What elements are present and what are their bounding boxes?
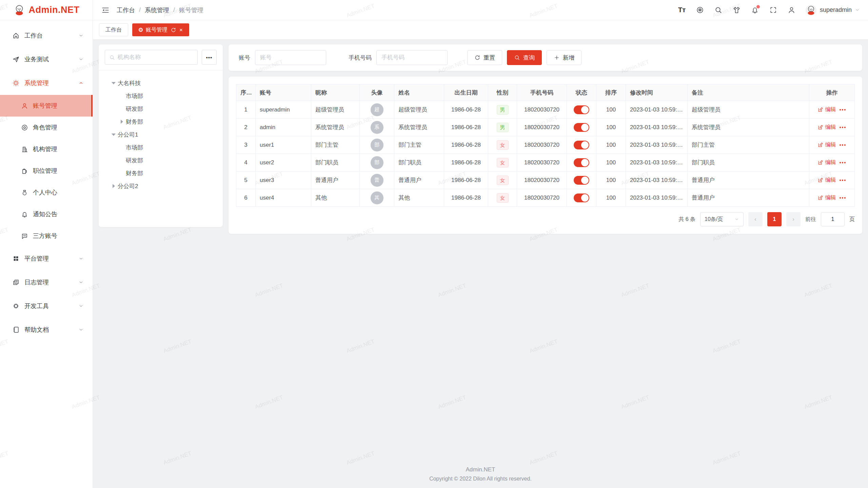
row-more-button[interactable]: ••• bbox=[840, 195, 847, 201]
goto-page-input[interactable] bbox=[821, 212, 845, 226]
tab-close-icon[interactable]: × bbox=[179, 27, 183, 33]
edit-button[interactable]: 编辑 bbox=[817, 159, 836, 166]
tree-node[interactable]: 大名科技 bbox=[102, 77, 219, 89]
collapse-sidebar-icon[interactable] bbox=[101, 6, 110, 15]
caret-down-icon[interactable] bbox=[110, 79, 118, 87]
page-size-select[interactable]: 10条/页 bbox=[700, 212, 744, 226]
sidebar-item-platform-mgmt[interactable]: 平台管理 bbox=[0, 247, 93, 270]
sidebar-item-workbench[interactable]: 工作台 bbox=[0, 24, 93, 47]
sidebar-item-role-mgmt[interactable]: 角色管理 bbox=[0, 117, 93, 138]
tree-node[interactable]: 财务部 bbox=[102, 167, 219, 180]
edit-button[interactable]: 编辑 bbox=[817, 141, 836, 148]
sidebar-item-position-mgmt[interactable]: 职位管理 bbox=[0, 160, 93, 182]
tree-node-label: 研发部 bbox=[126, 105, 143, 113]
status-toggle[interactable] bbox=[574, 194, 589, 202]
search-button[interactable] bbox=[712, 3, 725, 17]
org-more-button[interactable]: ••• bbox=[202, 50, 217, 65]
search-button[interactable]: 查询 bbox=[507, 50, 542, 65]
search-icon bbox=[514, 55, 520, 61]
caret-down-icon[interactable] bbox=[110, 130, 118, 139]
edit-button[interactable]: 编辑 bbox=[817, 124, 836, 131]
profile-button[interactable] bbox=[785, 3, 798, 17]
status-toggle[interactable] bbox=[574, 123, 589, 132]
breadcrumb-system-mgmt[interactable]: 系统管理 bbox=[145, 6, 169, 14]
edit-icon bbox=[817, 195, 823, 201]
row-more-button[interactable]: ••• bbox=[840, 125, 847, 130]
status-toggle[interactable] bbox=[574, 176, 589, 185]
app-root: Admin.NET 工作台 业务测试 系统管理 账号管理 bbox=[0, 0, 868, 488]
tree-node-label: 研发部 bbox=[126, 157, 143, 164]
notifications-button[interactable] bbox=[748, 3, 762, 17]
phone-input[interactable] bbox=[376, 50, 448, 65]
badge-icon bbox=[21, 167, 28, 175]
breadcrumb-workbench[interactable]: 工作台 bbox=[117, 6, 135, 14]
fullscreen-button[interactable] bbox=[767, 3, 780, 17]
row-more-button[interactable]: ••• bbox=[840, 142, 847, 148]
sidebar-item-system-mgmt[interactable]: 系统管理 bbox=[0, 71, 93, 95]
col-avatar: 头像 bbox=[360, 84, 394, 101]
caret-right-icon[interactable] bbox=[110, 182, 118, 190]
row-more-button[interactable]: ••• bbox=[840, 178, 847, 183]
tree-node[interactable]: 研发部 bbox=[102, 154, 219, 167]
page-1-button[interactable]: 1 bbox=[767, 212, 782, 226]
sidebar-item-org-mgmt[interactable]: 机构管理 bbox=[0, 138, 93, 160]
org-search-input[interactable] bbox=[118, 54, 193, 61]
sidebar-item-dev-tools[interactable]: 开发工具 bbox=[0, 294, 93, 318]
font-size-button[interactable]: Tᴛ bbox=[675, 3, 689, 17]
sidebar-item-profile-center[interactable]: 个人中心 bbox=[0, 182, 93, 203]
roles-icon bbox=[21, 124, 28, 131]
sidebar-item-help-docs[interactable]: 帮助文档 bbox=[0, 318, 93, 342]
sidebar-item-thirdparty-account[interactable]: 三方账号 bbox=[0, 225, 93, 247]
tab-refresh-icon[interactable] bbox=[171, 27, 176, 33]
status-toggle[interactable] bbox=[574, 141, 589, 149]
tree-node[interactable]: 分公司2 bbox=[102, 180, 219, 192]
edit-button[interactable]: 编辑 bbox=[817, 177, 836, 184]
edit-button[interactable]: 编辑 bbox=[817, 194, 836, 201]
row-more-button[interactable]: ••• bbox=[840, 107, 847, 113]
sidebar-menu: 工作台 业务测试 系统管理 账号管理 角色管理 bbox=[0, 20, 93, 342]
add-button[interactable]: 新增 bbox=[547, 50, 581, 65]
content-area: ••• 大名科技 市场部 研发部 bbox=[93, 40, 868, 488]
tree-node[interactable]: 财务部 bbox=[102, 115, 219, 128]
footer: Admin.NET Copyright © 2022 Dilon All rig… bbox=[93, 466, 868, 482]
chevron-down-icon bbox=[78, 280, 84, 285]
sidebar-item-label: 系统管理 bbox=[24, 79, 49, 87]
tree-node[interactable]: 分公司1 bbox=[102, 128, 219, 141]
tree-node[interactable]: 研发部 bbox=[102, 102, 219, 115]
pagination: 共 6 条 10条/页 ‹ 1 › 前往 页 bbox=[236, 212, 855, 226]
bell-icon bbox=[21, 211, 28, 218]
prev-page-button[interactable]: ‹ bbox=[748, 212, 763, 226]
logo[interactable]: Admin.NET bbox=[0, 0, 93, 20]
avatar: 部 bbox=[371, 156, 383, 169]
navbar-actions: Tᴛ bbox=[675, 3, 860, 17]
tree-node[interactable]: 市场部 bbox=[102, 89, 219, 102]
reset-button[interactable]: 重置 bbox=[467, 50, 502, 65]
theme-button[interactable] bbox=[730, 3, 744, 17]
next-page-button[interactable]: › bbox=[786, 212, 801, 226]
row-more-button[interactable]: ••• bbox=[840, 160, 847, 165]
sidebar-item-label: 开发工具 bbox=[24, 302, 49, 310]
table-header-row: 序号 账号 昵称 头像 姓名 出生日期 性别 手机号码 状态 排序 修改时间 bbox=[236, 84, 855, 101]
tab-workbench[interactable]: 工作台 bbox=[99, 23, 128, 36]
user-menu[interactable]: superadmin bbox=[805, 4, 860, 16]
status-toggle[interactable] bbox=[574, 105, 589, 114]
pagination-total: 共 6 条 bbox=[678, 216, 695, 223]
accounts-table: 序号 账号 昵称 头像 姓名 出生日期 性别 手机号码 状态 排序 修改时间 bbox=[236, 84, 855, 207]
page-size-value: 10条/页 bbox=[705, 216, 723, 223]
status-toggle[interactable] bbox=[574, 158, 589, 167]
edit-button[interactable]: 编辑 bbox=[817, 106, 836, 113]
sidebar-item-notice[interactable]: 通知公告 bbox=[0, 203, 93, 225]
sidebar-item-business-test[interactable]: 业务测试 bbox=[0, 47, 93, 71]
tab-account-mgmt[interactable]: 账号管理 × bbox=[132, 23, 189, 36]
chat-icon bbox=[21, 232, 28, 240]
account-input[interactable] bbox=[255, 50, 326, 65]
page-unit-label: 页 bbox=[849, 216, 855, 223]
chevron-up-icon bbox=[78, 80, 84, 86]
caret-right-icon[interactable] bbox=[118, 118, 126, 126]
edit-icon bbox=[817, 107, 823, 113]
language-button[interactable] bbox=[693, 3, 707, 17]
tree-node[interactable]: 市场部 bbox=[102, 141, 219, 154]
query-form: 账号 手机号码 重置 查询 新增 bbox=[229, 44, 862, 71]
sidebar-item-account-mgmt[interactable]: 账号管理 bbox=[0, 95, 93, 117]
sidebar-item-log-mgmt[interactable]: 日志管理 bbox=[0, 270, 93, 294]
